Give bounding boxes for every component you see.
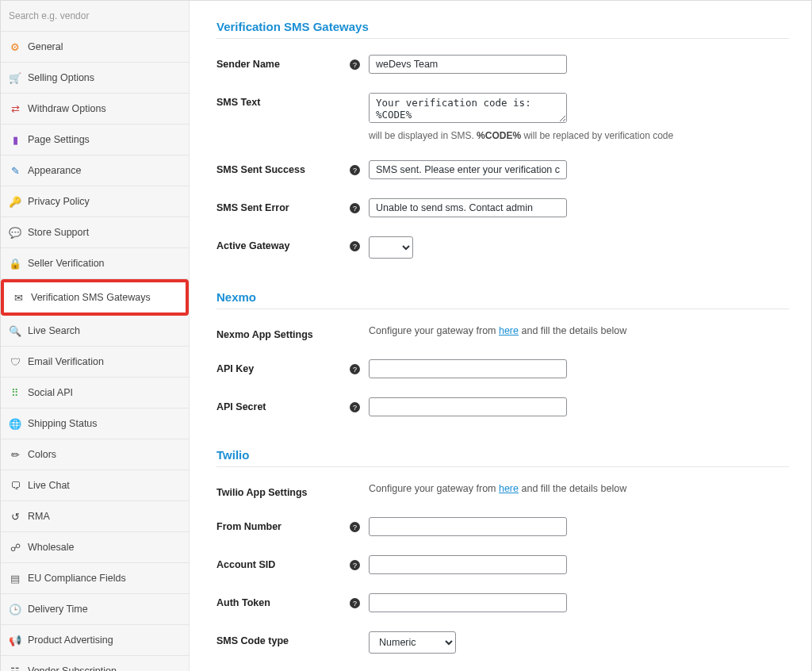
- input-nexmo-api-secret[interactable]: [369, 397, 567, 416]
- sidebar-item-label: Appearance: [28, 165, 81, 176]
- rotate-icon: ↺: [9, 510, 21, 523]
- label-auth-token: Auth Token: [216, 593, 350, 608]
- sidebar-item-social-api[interactable]: ⠿ Social API: [1, 378, 189, 408]
- help-icon[interactable]: ?: [350, 203, 360, 213]
- sidebar-item-store-support[interactable]: 💬 Store Support: [1, 217, 189, 248]
- sidebar-item-selling-options[interactable]: 🛒 Selling Options: [1, 63, 189, 94]
- link-twilio-here[interactable]: here: [499, 483, 519, 494]
- main-content: Verification SMS Gateways Sender Name ? …: [190, 1, 811, 671]
- input-sms-sent-success[interactable]: [369, 160, 567, 179]
- sidebar-item-shipping-status[interactable]: 🌐 Shipping Status: [1, 408, 189, 439]
- input-account-sid[interactable]: [369, 555, 567, 574]
- row-nexmo-app-settings: Nexmo App Settings Configure your gatewa…: [216, 316, 789, 350]
- sidebar-item-general[interactable]: ⚙ General: [1, 32, 189, 63]
- row-active-gateway: Active Gateway ?: [216, 227, 789, 268]
- sidebar-item-page-settings[interactable]: ▮ Page Settings: [1, 125, 189, 155]
- megaphone-icon: 📢: [9, 634, 21, 646]
- sidebar-item-rma[interactable]: ↺ RMA: [1, 501, 189, 532]
- label-sms-sent-error: SMS Sent Error: [216, 198, 350, 213]
- help-icon[interactable]: ?: [350, 241, 360, 251]
- input-nexmo-api-key[interactable]: [369, 359, 567, 378]
- select-sms-code-type[interactable]: Numeric: [369, 631, 456, 654]
- sidebar-item-email-verification[interactable]: 🛡 Email Verification: [1, 347, 189, 378]
- sidebar-item-colors[interactable]: ✏ Colors: [1, 439, 189, 470]
- textarea-sms-text[interactable]: Your verification code is: %CODE%: [369, 93, 567, 123]
- sidebar-item-appearance[interactable]: ✎ Appearance: [1, 155, 189, 186]
- sidebar-item-label: Wholesale: [28, 542, 74, 553]
- social-icon: ⠿: [9, 386, 21, 399]
- globe-icon: 🌐: [9, 417, 21, 430]
- desc-nexmo-app-settings: Configure your gateway from here and fil…: [369, 325, 789, 336]
- label-nexmo-app-settings: Nexmo App Settings: [216, 325, 350, 340]
- sidebar-item-seller-verification[interactable]: 🔒 Seller Verification: [1, 248, 189, 279]
- help-icon[interactable]: ?: [350, 165, 360, 175]
- help-icon[interactable]: ?: [350, 522, 360, 532]
- label-from-number: From Number: [216, 517, 350, 532]
- section-title: Nexmo: [216, 290, 789, 309]
- sidebar-item-eu-compliance[interactable]: ▤ EU Compliance Fields: [1, 563, 189, 594]
- settings-sidebar: Search e.g. vendor ⚙ General 🛒 Selling O…: [1, 1, 190, 671]
- row-sms-text: SMS Text Your verification code is: %COD…: [216, 83, 789, 151]
- sidebar-item-product-advertising[interactable]: 📢 Product Advertising: [1, 625, 189, 656]
- label-api-secret: API Secret: [216, 397, 350, 412]
- help-icon[interactable]: ?: [350, 59, 360, 70]
- input-sms-sent-error[interactable]: [369, 198, 567, 217]
- subscription-icon: ☷: [9, 665, 21, 671]
- lock-icon: 🔒: [9, 257, 21, 270]
- help-icon[interactable]: ?: [350, 364, 360, 374]
- sidebar-item-privacy-policy[interactable]: 🔑 Privacy Policy: [1, 186, 189, 217]
- sidebar-item-wholesale[interactable]: ☍ Wholesale: [1, 532, 189, 563]
- hint-sms-text: will be displayed in SMS. %CODE% will be…: [369, 130, 789, 141]
- clock-icon: 🕒: [9, 603, 21, 615]
- section-verification-sms-gateways: Verification SMS Gateways Sender Name ? …: [216, 20, 789, 268]
- brush-icon: ✎: [9, 164, 21, 177]
- row-account-sid: Account SID ?: [216, 546, 789, 584]
- sidebar-item-label: Page Settings: [28, 134, 90, 145]
- row-sms-sent-success: SMS Sent Success ?: [216, 151, 789, 189]
- sidebar-item-live-chat[interactable]: 🗨 Live Chat: [1, 470, 189, 501]
- label-active-gateway: Active Gateway: [216, 236, 350, 251]
- sidebar-item-live-search[interactable]: 🔍 Live Search: [1, 316, 189, 347]
- sidebar-item-label: Vendor Subscription: [28, 665, 117, 671]
- sidebar-item-label: Privacy Policy: [28, 196, 90, 207]
- mail-icon: ✉: [12, 291, 25, 304]
- label-api-key: API Key: [216, 359, 350, 374]
- eu-icon: ▤: [9, 572, 21, 585]
- row-nexmo-api-key: API Key ?: [216, 350, 789, 388]
- sidebar-item-label: Product Advertising: [28, 635, 113, 646]
- chat-bubble-icon: 🗨: [9, 479, 21, 492]
- section-title: Twilio: [216, 448, 789, 467]
- page-icon: ▮: [9, 133, 21, 146]
- sidebar-item-verification-sms-gateways[interactable]: ✉ Verification SMS Gateways: [1, 279, 189, 316]
- chat-icon: 💬: [9, 226, 21, 239]
- sidebar-item-label: Email Verification: [28, 356, 104, 367]
- select-active-gateway[interactable]: [369, 236, 413, 259]
- sidebar-item-label: Seller Verification: [28, 258, 105, 269]
- label-sms-text: SMS Text: [216, 93, 350, 108]
- sidebar-item-label: Social API: [28, 387, 73, 398]
- gear-icon: ⚙: [9, 40, 21, 53]
- sidebar-item-label: Shipping Status: [28, 418, 98, 429]
- row-twilio-app-settings: Twilio App Settings Configure your gatew…: [216, 474, 789, 508]
- sidebar-item-delivery-time[interactable]: 🕒 Delivery Time: [1, 594, 189, 625]
- input-from-number[interactable]: [369, 517, 567, 536]
- label-account-sid: Account SID: [216, 555, 350, 570]
- section-title: Verification SMS Gateways: [216, 20, 789, 39]
- sidebar-search[interactable]: Search e.g. vendor: [1, 1, 189, 32]
- sidebar-item-vendor-subscription[interactable]: ☷ Vendor Subscription: [1, 656, 189, 671]
- link-nexmo-here[interactable]: here: [499, 325, 519, 336]
- desc-twilio-app-settings: Configure your gateway from here and fil…: [369, 483, 789, 494]
- help-icon[interactable]: ?: [350, 560, 360, 570]
- wholesale-icon: ☍: [9, 541, 21, 554]
- sidebar-item-label: Selling Options: [28, 72, 94, 83]
- sidebar-item-withdraw-options[interactable]: ⇄ Withdraw Options: [1, 94, 189, 125]
- help-icon[interactable]: ?: [350, 598, 360, 608]
- sidebar-item-label: Colors: [28, 449, 56, 460]
- sidebar-item-label: Live Search: [28, 325, 80, 336]
- input-auth-token[interactable]: [369, 593, 567, 612]
- search-icon: 🔍: [9, 324, 21, 337]
- help-icon[interactable]: ?: [350, 402, 360, 412]
- sidebar-item-label: Live Chat: [28, 480, 70, 491]
- row-sender-name: Sender Name ?: [216, 45, 789, 83]
- input-sender-name[interactable]: [369, 55, 567, 74]
